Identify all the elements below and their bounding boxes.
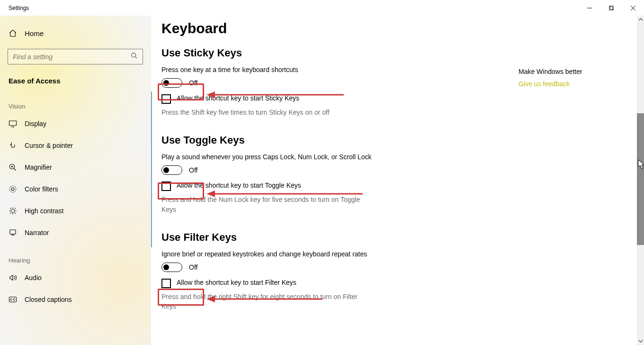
toggle-state: Off — [189, 79, 197, 87]
sidebar-item-high-contrast[interactable]: High contrast — [0, 200, 151, 222]
closed-captions-icon — [9, 295, 17, 304]
maximize-button[interactable] — [600, 0, 622, 16]
search-icon — [131, 52, 138, 61]
sidebar-item-color-filters[interactable]: Color filters — [0, 178, 151, 200]
section-title: Use Toggle Keys — [161, 134, 379, 146]
feedback-link[interactable]: Give us feedback — [519, 80, 627, 88]
main-content: Keyboard Use Sticky Keys Press one key a… — [151, 16, 644, 345]
section-hint: Press and hold the Num Lock key for five… — [161, 195, 370, 214]
filter-keys-toggle[interactable] — [161, 263, 182, 272]
checkbox-label: Allow the shortcut key to start Filter K… — [177, 279, 296, 286]
svg-line-21 — [15, 213, 16, 214]
scroll-down-button[interactable] — [637, 337, 644, 345]
svg-rect-1 — [609, 7, 613, 10]
sidebar-home[interactable]: Home — [0, 22, 151, 44]
checkbox-label: Allow the shortcut key to start Sticky K… — [177, 94, 299, 102]
svg-rect-2 — [610, 6, 614, 9]
section-hint: Press and hold the right Shift key for e… — [161, 292, 370, 311]
sidebar-item-label: Cursor & pointer — [25, 142, 73, 149]
sidebar-item-label: High contrast — [25, 207, 63, 215]
toggle-state: Off — [189, 166, 197, 174]
svg-rect-7 — [9, 121, 17, 126]
minimize-button[interactable] — [579, 0, 600, 16]
svg-point-5 — [132, 53, 136, 57]
svg-line-22 — [10, 213, 11, 214]
filter-keys-shortcut-checkbox[interactable] — [161, 279, 171, 288]
toggle-state: Off — [189, 263, 197, 271]
close-button[interactable] — [622, 0, 644, 16]
sidebar-item-label: Closed captions — [25, 296, 72, 303]
scroll-up-button[interactable] — [637, 16, 644, 23]
audio-icon — [9, 273, 17, 282]
svg-point-14 — [9, 186, 16, 192]
section-description: Play a sound whenever you press Caps Loc… — [161, 153, 379, 161]
home-icon — [9, 29, 17, 37]
sidebar-item-closed-captions[interactable]: Closed captions — [0, 289, 151, 310]
svg-rect-24 — [10, 230, 16, 234]
page-title: Keyboard — [161, 20, 511, 36]
sidebar-item-cursor-pointer[interactable]: Cursor & pointer — [0, 135, 151, 156]
color-filters-icon — [9, 185, 17, 193]
sidebar-group-vision: Vision — [0, 90, 151, 113]
section-filter-keys: Use Filter Keys Ignore brief or repeated… — [161, 231, 379, 311]
sticky-keys-shortcut-checkbox[interactable] — [161, 94, 171, 104]
toggle-keys-toggle[interactable] — [161, 165, 182, 175]
sidebar-item-label: Color filters — [25, 185, 58, 193]
sidebar-item-label: Magnifier — [25, 163, 52, 171]
title-bar: Settings — [0, 0, 644, 16]
sticky-keys-toggle[interactable] — [161, 78, 182, 88]
section-toggle-keys: Use Toggle Keys Play a sound whenever yo… — [161, 134, 379, 214]
window-title: Settings — [0, 5, 29, 11]
section-title: Use Filter Keys — [161, 231, 379, 244]
right-panel: Make Windows better Give us feedback — [519, 68, 627, 88]
section-hint: Press the Shift key five times to turn S… — [161, 108, 370, 117]
magnifier-icon — [9, 163, 17, 172]
section-title: Use Sticky Keys — [161, 47, 379, 59]
svg-line-23 — [15, 208, 16, 209]
sidebar-group-hearing: Hearing — [0, 244, 151, 267]
svg-line-20 — [10, 208, 11, 209]
sidebar-home-label: Home — [25, 29, 44, 37]
svg-rect-25 — [9, 297, 17, 302]
sidebar-item-narrator[interactable]: Narrator — [0, 222, 151, 244]
section-description: Ignore brief or repeated keystrokes and … — [161, 250, 379, 258]
checkbox-label: Allow the shortcut key to start Toggle K… — [177, 182, 301, 189]
sidebar-item-label: Narrator — [25, 229, 49, 236]
section-description: Press one key at a time for keyboard sho… — [161, 66, 379, 73]
sidebar-category: Ease of Access — [0, 68, 151, 90]
svg-line-6 — [135, 56, 137, 58]
right-panel-title: Make Windows better — [519, 68, 627, 75]
search-input[interactable] — [13, 53, 131, 61]
svg-point-15 — [11, 209, 15, 213]
sidebar-item-label: Display — [25, 120, 46, 127]
narrator-icon — [9, 228, 17, 237]
sidebar-item-magnifier[interactable]: Magnifier — [0, 156, 151, 178]
scrollbar-track[interactable] — [637, 16, 644, 345]
scrollbar-thumb[interactable] — [637, 113, 644, 245]
accent-bar — [151, 91, 152, 247]
toggle-keys-shortcut-checkbox[interactable] — [161, 182, 171, 191]
search-box[interactable] — [8, 49, 143, 64]
sidebar: Home Ease of Access Vision Display Curso… — [0, 16, 151, 345]
section-sticky-keys: Use Sticky Keys Press one key at a time … — [161, 47, 379, 117]
sidebar-item-label: Audio — [25, 274, 42, 281]
sidebar-item-audio[interactable]: Audio — [0, 267, 151, 289]
high-contrast-icon — [9, 207, 17, 215]
svg-line-10 — [14, 168, 16, 171]
sidebar-item-display[interactable]: Display — [0, 113, 151, 135]
svg-point-13 — [11, 188, 14, 191]
cursor-pointer-icon — [9, 141, 17, 150]
display-icon — [9, 119, 17, 128]
